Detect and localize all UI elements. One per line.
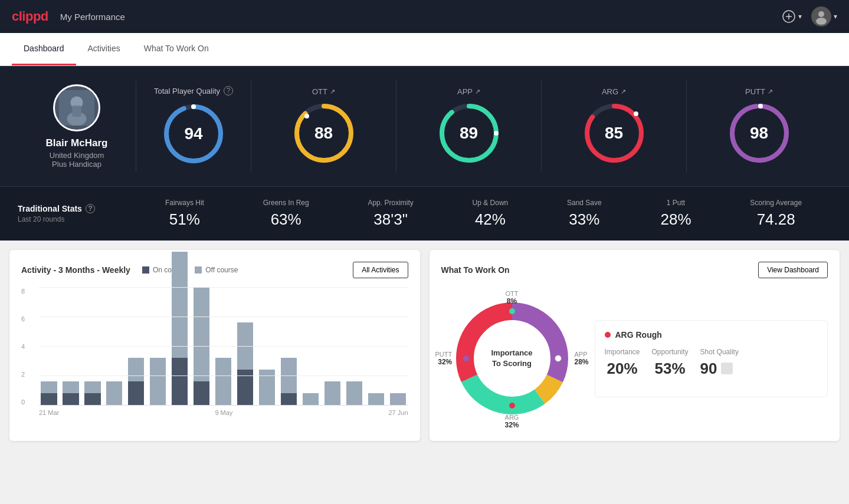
header-right: ▾ ▾	[782, 6, 837, 27]
app-logo: clippd	[12, 9, 48, 24]
bar-on-course	[41, 393, 57, 405]
work-on-header: What To Work On View Dashboard	[441, 262, 828, 278]
arg-arrow-icon: ↗	[621, 88, 626, 95]
traditional-stats-subtitle: Last 20 rounds	[18, 215, 136, 223]
y-label-8: 8	[21, 288, 25, 295]
arg-detail-card: ARG Rough Importance 20% Opportunity 53%…	[595, 320, 828, 397]
activity-legend: On course Off course	[142, 266, 238, 274]
y-axis: 0 2 4 6 8	[21, 288, 25, 406]
arg-shot-quality-label: Shot Quality	[700, 348, 739, 356]
score-card-app: APP ↗ 89	[396, 80, 542, 172]
bar-group	[39, 381, 59, 405]
stat-fairways-hit-value: 51%	[165, 210, 204, 229]
app-header: clippd My Performance ▾ ▾	[0, 0, 849, 33]
bar-group	[83, 381, 103, 405]
bar-off-course	[128, 358, 144, 381]
stat-one-putt: 1 Putt 28%	[660, 199, 691, 229]
arg-opportunity-label: Opportunity	[652, 348, 689, 356]
putt-donut-label: PUTT 32%	[435, 351, 453, 366]
app-label: APP ↗	[457, 87, 480, 96]
chart-wrapper: 0 2 4 6 8 21 Mar 9 May	[21, 288, 408, 416]
tab-dashboard[interactable]: Dashboard	[12, 33, 76, 65]
stat-app-prox-label: App. Proximity	[368, 199, 413, 207]
app-donut-label: APP 28%	[574, 351, 588, 366]
donut-chart-area: ImportanceTo Scoring OTT 8% APP 28% ARG …	[441, 288, 583, 429]
arg-opportunity-value: 53%	[652, 360, 689, 378]
bar-off-course	[390, 393, 406, 405]
activity-title: Activity - 3 Months - Weekly	[21, 265, 130, 275]
shot-quality-indicator	[721, 363, 733, 374]
bar-group	[170, 252, 190, 405]
bar-group	[148, 358, 168, 405]
bar-off-course	[150, 358, 166, 405]
work-on-content: ImportanceTo Scoring OTT 8% APP 28% ARG …	[441, 288, 828, 429]
ott-gauge: 88	[291, 101, 356, 166]
stat-one-putt-value: 28%	[660, 210, 691, 229]
y-label-2: 2	[21, 371, 25, 378]
traditional-stats-title: Traditional Stats ?	[18, 204, 136, 213]
all-activities-button[interactable]: All Activities	[353, 262, 408, 278]
bar-off-course	[237, 322, 253, 370]
bar-group	[345, 381, 365, 405]
total-quality-value: 94	[184, 124, 202, 143]
view-dashboard-button[interactable]: View Dashboard	[758, 262, 828, 278]
ott-label: OTT ↗	[312, 87, 335, 96]
ott-donut-label: OTT 8%	[506, 290, 519, 305]
performance-banner: Blair McHarg United Kingdom Plus Handica…	[0, 66, 849, 186]
app-gauge: 89	[437, 101, 501, 166]
help-icon[interactable]: ?	[224, 86, 233, 95]
bar-on-course	[63, 393, 78, 405]
score-card-ott: OTT ↗ 88	[251, 80, 396, 172]
total-quality-gauge: 94	[161, 101, 226, 166]
bar-off-course	[172, 252, 188, 358]
activity-header-left: Activity - 3 Months - Weekly On course O…	[21, 265, 238, 275]
stats-help-icon[interactable]: ?	[86, 204, 95, 213]
user-menu[interactable]: ▾	[811, 6, 837, 27]
svg-point-31	[509, 403, 515, 409]
player-info: Blair McHarg United Kingdom Plus Handica…	[18, 84, 136, 169]
bar-group	[366, 393, 386, 405]
bar-off-course	[63, 381, 78, 393]
svg-point-11	[191, 104, 196, 109]
bar-off-course	[194, 287, 209, 381]
arg-label: ARG ↗	[602, 87, 626, 96]
putt-value: 98	[750, 124, 768, 143]
bar-group	[388, 393, 408, 405]
stat-greens-in-reg: Greens In Reg 63%	[263, 199, 309, 229]
scores-section: Total Player Quality ? 94 OTT ↗	[136, 80, 831, 172]
putt-label: PUTT ↗	[745, 87, 773, 96]
svg-point-30	[555, 355, 561, 361]
svg-point-14	[304, 114, 309, 118]
y-label-6: 6	[21, 315, 25, 322]
player-avatar	[53, 84, 100, 131]
score-card-arg: ARG ↗ 85	[542, 80, 687, 172]
x-label-may: 9 May	[215, 409, 232, 416]
stat-scoring-avg-label: Scoring Average	[750, 199, 802, 207]
svg-point-20	[634, 111, 638, 116]
main-tabs: Dashboard Activities What To Work On	[0, 33, 849, 66]
arg-value: 85	[605, 124, 623, 143]
ott-arrow-icon: ↗	[330, 88, 335, 95]
player-handicap: Plus Handicap	[52, 160, 101, 169]
tab-activities[interactable]: Activities	[76, 33, 132, 65]
x-label-mar: 21 Mar	[39, 409, 59, 416]
arg-gauge: 85	[582, 101, 647, 166]
player-country: United Kingdom	[50, 151, 104, 160]
y-label-0: 0	[21, 398, 25, 406]
bar-group	[61, 381, 81, 405]
svg-point-32	[463, 355, 469, 361]
bar-off-course	[259, 370, 275, 405]
x-label-jun: 27 Jun	[388, 409, 408, 416]
tab-what-to-work-on[interactable]: What To Work On	[132, 33, 221, 65]
bar-on-course	[194, 381, 209, 405]
user-dropdown-arrow: ▾	[834, 12, 837, 21]
stat-greens-value: 63%	[263, 210, 309, 229]
bar-off-course	[215, 358, 231, 405]
score-card-putt: PUTT ↗ 98	[687, 80, 831, 172]
bar-group	[214, 358, 234, 405]
arg-importance: Importance 20%	[605, 348, 640, 378]
arg-metrics: Importance 20% Opportunity 53% Shot Qual…	[605, 348, 818, 378]
add-button[interactable]: ▾	[782, 9, 802, 24]
stat-app-prox-value: 38'3"	[368, 210, 413, 229]
stat-fairways-hit: Fairways Hit 51%	[165, 199, 204, 229]
